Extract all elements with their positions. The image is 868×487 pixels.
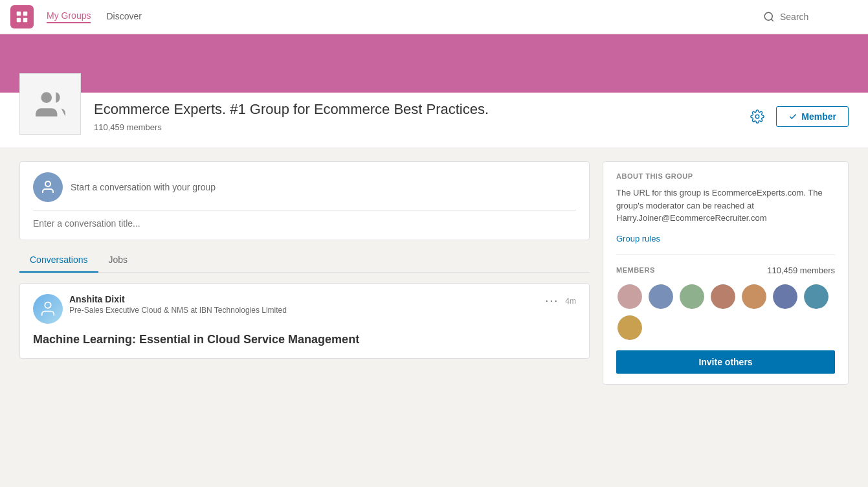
member-button[interactable]: Member [776, 106, 849, 127]
current-user-avatar [33, 172, 63, 202]
sidebar-card: ABOUT THIS GROUP The URL for this group … [603, 161, 849, 385]
about-text: The URL for this group is EcommerceExper… [616, 187, 835, 225]
user-icon [40, 179, 56, 195]
svg-point-8 [45, 181, 50, 187]
checkmark-icon [788, 112, 797, 121]
group-members-count: 110,459 members [94, 122, 733, 132]
post-header: Anshita Dixit Pre-Sales Executive Cloud … [33, 294, 576, 324]
post-author-info: Anshita Dixit Pre-Sales Executive Cloud … [33, 294, 287, 324]
search-area [763, 11, 858, 23]
avatar-user-icon [39, 300, 57, 318]
nav-discover[interactable]: Discover [106, 11, 141, 23]
svg-point-7 [756, 115, 760, 119]
members-section-title: MEMBERS [616, 266, 655, 274]
svg-point-4 [764, 12, 772, 20]
settings-button[interactable] [746, 106, 768, 128]
group-header: Ecommerce Experts. #1 Group for Ecommerc… [0, 93, 868, 148]
post-meta: ··· 4m [545, 294, 576, 308]
group-title: Ecommerce Experts. #1 Group for Ecommerc… [94, 100, 612, 119]
member-avatar [772, 283, 799, 310]
svg-point-9 [45, 302, 50, 308]
member-avatar [803, 283, 830, 310]
member-avatar [740, 283, 768, 310]
members-header: MEMBERS 110,459 members [616, 266, 835, 275]
group-actions: Member [746, 100, 849, 128]
app-logo [10, 5, 34, 28]
member-avatar [616, 314, 643, 341]
group-banner [0, 34, 868, 93]
member-avatar [616, 283, 643, 310]
left-column: Start a conversation with your group Con… [19, 161, 590, 385]
svg-rect-0 [17, 12, 21, 16]
nav-links: My Groups Discover [47, 10, 763, 23]
member-avatar [678, 283, 706, 310]
sidebar-divider [616, 255, 835, 255]
nav-my-groups[interactable]: My Groups [47, 10, 91, 23]
members-total-count: 110,459 members [767, 266, 835, 275]
post-avatar-placeholder [33, 294, 63, 324]
post-options-button[interactable]: ··· [545, 294, 559, 308]
about-section-title: ABOUT THIS GROUP [616, 172, 835, 180]
tab-conversations[interactable]: Conversations [19, 248, 98, 273]
group-info: Ecommerce Experts. #1 Group for Ecommerc… [94, 95, 733, 133]
top-navigation: My Groups Discover [0, 0, 868, 34]
gear-icon [750, 109, 764, 124]
member-avatar [709, 283, 737, 310]
post-author-details: Anshita Dixit Pre-Sales Executive Cloud … [69, 294, 287, 315]
group-logo-icon [34, 88, 67, 120]
post-author-subtitle: Pre-Sales Executive Cloud & NMS at IBN T… [69, 306, 287, 315]
group-rules-link[interactable]: Group rules [616, 234, 660, 244]
search-input[interactable] [780, 12, 858, 22]
logo-icon [15, 10, 29, 24]
post-author-name: Anshita Dixit [69, 294, 287, 304]
post-timestamp: 4m [565, 297, 576, 306]
group-logo [19, 73, 81, 135]
post-card: Anshita Dixit Pre-Sales Executive Cloud … [19, 283, 590, 359]
conversation-title-input[interactable] [33, 210, 576, 229]
member-avatar [647, 283, 674, 310]
right-column: ABOUT THIS GROUP The URL for this group … [603, 161, 849, 385]
invite-others-button[interactable]: Invite others [616, 350, 835, 374]
start-conversation-prompt: Start a conversation with your group [71, 182, 216, 192]
post-title[interactable]: Machine Learning: Essential in Cloud Ser… [33, 332, 576, 348]
post-author-avatar [33, 294, 63, 324]
start-conv-top: Start a conversation with your group [33, 172, 576, 202]
content-tabs: Conversations Jobs [19, 248, 590, 273]
svg-point-6 [41, 92, 52, 103]
tab-jobs[interactable]: Jobs [98, 248, 139, 273]
search-icon [763, 11, 775, 23]
svg-line-5 [771, 19, 773, 21]
start-conversation-card: Start a conversation with your group [19, 161, 590, 240]
svg-rect-1 [23, 12, 27, 16]
svg-rect-3 [23, 18, 27, 22]
member-avatars-row [616, 283, 835, 341]
svg-rect-2 [17, 18, 21, 22]
main-content: Start a conversation with your group Con… [0, 148, 868, 398]
